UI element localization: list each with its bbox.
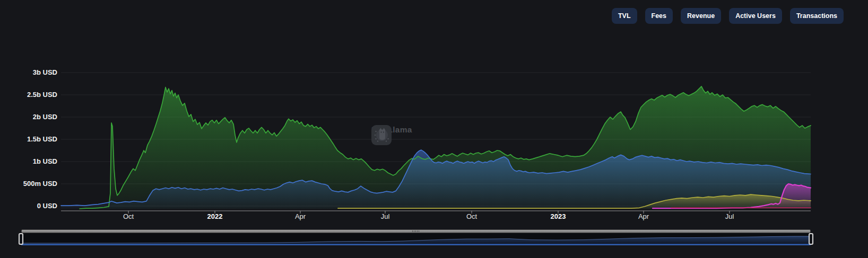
x-axis-label: Jul bbox=[381, 212, 390, 220]
x-axis-label: 2023 bbox=[551, 212, 566, 220]
y-axis-label: 2.5b USD bbox=[0, 91, 57, 99]
y-axis-label: 1b USD bbox=[0, 157, 57, 166]
y-axis-label: 1.5b USD bbox=[0, 135, 57, 144]
x-axis-label: Apr bbox=[638, 212, 649, 220]
scrollbar-grip-icon[interactable] bbox=[412, 230, 420, 232]
y-axis-label: 500m USD bbox=[0, 180, 57, 188]
defillama-chart-page: { "tabs": [ {"label": "TVL"}, {"label": … bbox=[0, 0, 868, 258]
x-axis-label: 2022 bbox=[207, 212, 223, 220]
x-axis-label: Jul bbox=[725, 212, 734, 220]
y-axis-label: 0 USD bbox=[0, 202, 57, 210]
y-axis-label: 2b USD bbox=[0, 113, 57, 121]
x-axis-label: Oct bbox=[466, 212, 477, 220]
y-axis-label: 3b USD bbox=[0, 68, 57, 77]
x-axis-label: Oct bbox=[123, 212, 134, 220]
brush-scrollbar[interactable] bbox=[21, 229, 811, 233]
brush-handle-left[interactable] bbox=[19, 233, 23, 245]
x-axis-label: Apr bbox=[295, 212, 306, 220]
brush-handle-right[interactable] bbox=[809, 233, 813, 245]
